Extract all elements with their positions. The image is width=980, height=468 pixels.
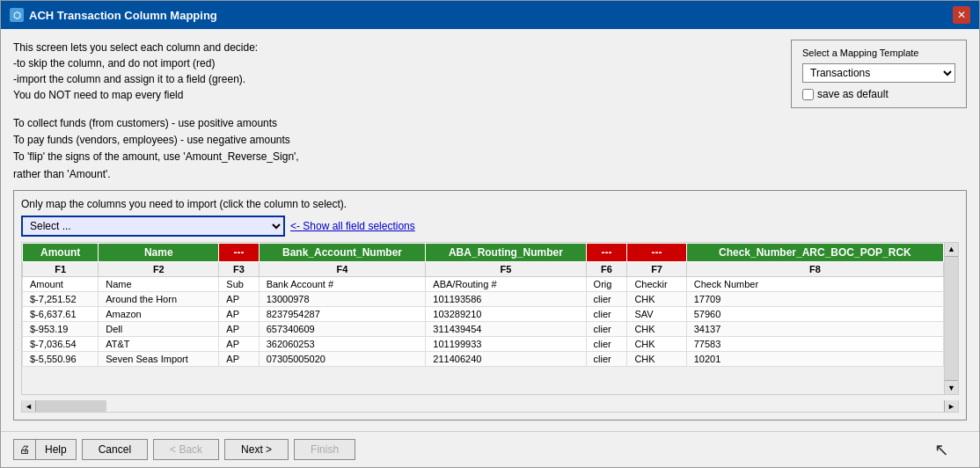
template-select[interactable]: Transactions Default Custom	[802, 63, 955, 83]
cell-row5-name: Seven Seas Import	[99, 351, 219, 366]
cell-row5-sub: AP	[219, 351, 259, 366]
cell-amount-label: Amount	[23, 276, 99, 291]
table-row: $-7,036.54 AT&T AP 362060253 101199933 c…	[23, 336, 944, 351]
table-scroll[interactable]: Amount Name --- Bank_Account_Number ABA_…	[22, 243, 944, 394]
cell-row3-aba: 311439454	[426, 321, 586, 336]
field-f7: F7	[627, 261, 686, 276]
cell-row1-name: Around the Horn	[99, 291, 219, 306]
mapping-template-box: Select a Mapping Template Transactions D…	[791, 40, 967, 108]
cell-row1-sub: AP	[219, 291, 259, 306]
cell-row3-name: Dell	[99, 321, 219, 336]
help-button-group: 🖨 Help	[13, 439, 77, 460]
cell-row2-name: Amazon	[99, 306, 219, 321]
save-default-checkbox[interactable]	[802, 89, 814, 100]
cell-row5-bank: 07305005020	[259, 351, 426, 366]
help-icon-button[interactable]: 🖨	[13, 439, 36, 460]
cell-row4-orig: clier	[586, 336, 627, 351]
back-button[interactable]: < Back	[153, 439, 219, 460]
cell-row4-checknum: 77583	[686, 336, 943, 351]
cursor-area: ↖	[361, 439, 967, 460]
col-header-bank-account[interactable]: Bank_Account_Number	[259, 243, 426, 261]
scroll-left-button[interactable]: ◄	[22, 400, 36, 412]
table-row: $-5,550.96 Seven Seas Import AP 07305005…	[23, 351, 944, 366]
cell-row5-checknum: 10201	[686, 351, 943, 366]
field-f4: F4	[259, 261, 426, 276]
cell-row4-sub: AP	[219, 336, 259, 351]
table-row: $-6,637.61 Amazon AP 8237954287 10328921…	[23, 306, 944, 321]
cell-row3-amount: $-953.19	[23, 321, 99, 336]
field-label-row: F1 F2 F3 F4 F5 F6 F7 F8	[23, 261, 944, 276]
cell-sub-label: Sub	[219, 276, 259, 291]
col-header-aba-routing[interactable]: ABA_Routing_Number	[426, 243, 586, 261]
cell-check-label: Check Number	[686, 276, 943, 291]
select-row: Select ... <- Show all field selections	[21, 216, 959, 237]
desc-line2: -to skip the column, and do not import (…	[13, 55, 773, 71]
cell-row2-sub: AP	[219, 306, 259, 321]
field-select-dropdown[interactable]: Select ...	[21, 216, 285, 237]
cell-row1-checknum: 17709	[686, 291, 943, 306]
horizontal-scroll-thumb	[36, 400, 106, 412]
desc-line3: -import the column and assign it to a fi…	[13, 71, 773, 87]
dialog-body: This screen lets you select each column …	[1, 29, 979, 431]
table-row: Amount Name Sub Bank Account # ABA/Routi…	[23, 276, 944, 291]
field-f5: F5	[426, 261, 586, 276]
description-text: This screen lets you select each column …	[13, 40, 773, 103]
cell-row2-bank: 8237954287	[259, 306, 426, 321]
cell-bank-label: Bank Account #	[259, 276, 426, 291]
cell-row2-amount: $-6,637.61	[23, 306, 99, 321]
funds-line2: To pay funds (vendors, employees) - use …	[13, 132, 967, 149]
field-f1: F1	[23, 261, 99, 276]
vertical-scrollbar[interactable]: ▲ ▼	[944, 243, 958, 394]
funds-line3: To 'flip' the signs of the amount, use '…	[13, 149, 967, 165]
cell-checkir-label: Checkir	[627, 276, 686, 291]
table-outer: Amount Name --- Bank_Account_Number ABA_…	[21, 242, 959, 395]
save-default-label: save as default	[817, 88, 889, 100]
cancel-button[interactable]: Cancel	[82, 439, 148, 460]
help-text-button[interactable]: Help	[36, 439, 77, 460]
next-button[interactable]: Next >	[224, 439, 289, 460]
col-header-check-number[interactable]: Check_Number_ARC_BOC_POP_RCK	[686, 243, 943, 261]
cell-row4-name: AT&T	[99, 336, 219, 351]
cell-row2-orig: clier	[586, 306, 627, 321]
scroll-thumb	[945, 257, 958, 380]
mapping-template-label: Select a Mapping Template	[802, 48, 955, 58]
cell-orig-label: Orig	[586, 276, 627, 291]
col-header-skip1[interactable]: ---	[219, 243, 259, 261]
close-button[interactable]: ✕	[953, 6, 970, 24]
col-header-skip2[interactable]: ---	[586, 243, 627, 261]
cell-row1-amount: $-7,251.52	[23, 291, 99, 306]
dialog-title: ACH Transaction Column Mapping	[29, 9, 217, 22]
scroll-down-button[interactable]: ▼	[945, 380, 958, 394]
cell-row2-aba: 103289210	[426, 306, 586, 321]
cell-row1-chk: CHK	[627, 291, 686, 306]
cell-aba-label: ABA/Routing #	[426, 276, 586, 291]
finish-button[interactable]: Finish	[294, 439, 355, 460]
cell-row1-bank: 13000978	[259, 291, 426, 306]
cell-name-label: Name	[99, 276, 219, 291]
scroll-right-button[interactable]: ►	[944, 400, 958, 412]
cell-row2-checknum: 57960	[686, 306, 943, 321]
col-header-amount[interactable]: Amount	[23, 243, 99, 261]
horizontal-scroll-track[interactable]	[36, 400, 944, 412]
cell-row3-sub: AP	[219, 321, 259, 336]
cursor-indicator: ↖	[934, 439, 949, 460]
column-map-section: Only map the columns you need to import …	[13, 190, 967, 420]
cell-row4-chk: CHK	[627, 336, 686, 351]
col-header-name[interactable]: Name	[99, 243, 219, 261]
column-map-section-label: Only map the columns you need to import …	[21, 198, 959, 210]
col-header-skip3[interactable]: ---	[627, 243, 686, 261]
cell-row5-amount: $-5,550.96	[23, 351, 99, 366]
cell-row2-chk: SAV	[627, 306, 686, 321]
show-all-link[interactable]: <- Show all field selections	[290, 220, 415, 232]
scroll-up-button[interactable]: ▲	[945, 243, 958, 257]
field-f8: F8	[686, 261, 943, 276]
cell-row1-aba: 101193586	[426, 291, 586, 306]
app-icon: ⬡	[10, 8, 24, 22]
footer: 🖨 Help Cancel < Back Next > Finish ↖	[1, 431, 979, 467]
title-bar: ⬡ ACH Transaction Column Mapping ✕	[1, 1, 979, 29]
cell-row4-amount: $-7,036.54	[23, 336, 99, 351]
funds-line1: To collect funds (from customers) - use …	[13, 115, 967, 132]
funds-line4: rather than 'Amount'.	[13, 166, 967, 183]
printer-icon: 🖨	[19, 443, 30, 456]
funds-text: To collect funds (from customers) - use …	[13, 115, 967, 183]
